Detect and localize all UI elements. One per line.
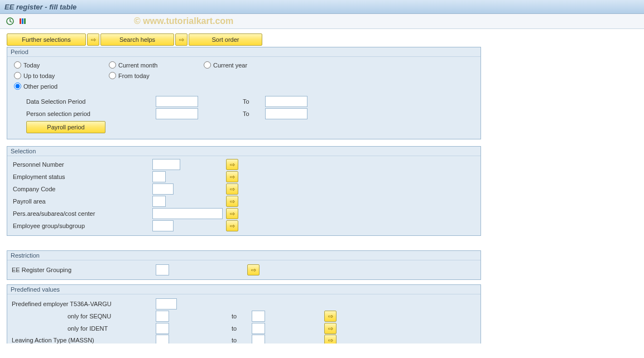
- app-toolbar: © www.tutorialkart.com: [0, 14, 644, 29]
- leaving-from-input[interactable]: [156, 335, 169, 344]
- employee-group-label: Employee group/subgroup: [12, 222, 151, 229]
- payroll-period-button[interactable]: Payroll period: [26, 121, 105, 133]
- execute-icon[interactable]: [6, 17, 15, 26]
- multi-select-button[interactable]: ⇨: [226, 159, 238, 170]
- multi-select-button[interactable]: ⇨: [324, 323, 337, 334]
- arrow-right-icon: ⇨: [328, 313, 333, 320]
- to-label-ident: to: [232, 325, 252, 332]
- arrow-right-icon: ⇨: [230, 173, 235, 181]
- multi-select-button[interactable]: ⇨: [226, 208, 238, 219]
- data-selection-from-input[interactable]: [156, 96, 198, 107]
- arrow-button-2[interactable]: ⇨: [175, 33, 188, 46]
- arrow-right-icon: ⇨: [328, 337, 333, 344]
- arrow-right-icon: ⇨: [91, 36, 96, 43]
- further-selections-button[interactable]: Further selections: [7, 33, 86, 46]
- restriction-group: Restriction EE Register Grouping ⇨: [7, 250, 481, 280]
- radio-other-period[interactable]: Other period: [14, 83, 109, 90]
- arrow-right-icon: ⇨: [230, 222, 235, 230]
- arrow-right-icon: ⇨: [328, 325, 333, 332]
- watermark-text: © www.tutorialkart.com: [134, 16, 233, 26]
- predefined-values-title: Predefined values: [7, 285, 480, 294]
- period-group-title: Period: [7, 47, 480, 57]
- multi-select-button[interactable]: ⇨: [226, 171, 238, 182]
- to-label-leaving: to: [232, 337, 252, 344]
- predefined-employer-input[interactable]: [156, 298, 177, 309]
- payroll-area-label: Payroll area: [12, 198, 151, 205]
- svg-rect-3: [24, 18, 26, 24]
- restriction-group-title: Restriction: [7, 251, 480, 260]
- arrow-right-icon: ⇨: [179, 36, 184, 43]
- multi-select-button[interactable]: ⇨: [226, 220, 238, 231]
- leaving-action-label: Leaving Action Type (MASSN): [12, 337, 156, 344]
- employee-group-input[interactable]: [152, 220, 174, 231]
- radio-up-to-today[interactable]: Up to today: [14, 72, 109, 79]
- data-selection-to-input[interactable]: [265, 96, 307, 107]
- person-selection-from-input[interactable]: [156, 108, 198, 119]
- radio-current-month[interactable]: Current month: [109, 61, 204, 69]
- radio-today[interactable]: Today: [14, 61, 109, 69]
- predefined-values-group: Predefined values Predefined employer T5…: [7, 284, 481, 344]
- arrow-right-icon: ⇨: [230, 161, 235, 168]
- ee-register-grouping-label: EE Register Grouping: [12, 267, 156, 273]
- predefined-employer-label: Predefined employer T536A-VARGU: [12, 301, 156, 307]
- arrow-right-icon: ⇨: [230, 186, 235, 193]
- sort-order-button[interactable]: Sort order: [189, 33, 262, 46]
- multi-select-button[interactable]: ⇨: [226, 196, 238, 207]
- ee-register-grouping-input[interactable]: [156, 264, 169, 275]
- multi-select-button[interactable]: ⇨: [324, 335, 337, 344]
- multi-select-button[interactable]: ⇨: [226, 183, 238, 195]
- personnel-number-label: Personnel Number: [12, 161, 151, 168]
- window-title-bar: EE register - fill table: [0, 0, 644, 14]
- to-label-2: To: [243, 110, 265, 117]
- company-code-input[interactable]: [152, 183, 174, 195]
- data-selection-period-label: Data Selection Period: [26, 98, 156, 105]
- personnel-number-input[interactable]: [152, 159, 180, 170]
- ident-to-input[interactable]: [252, 323, 265, 334]
- person-selection-to-input[interactable]: [265, 108, 307, 119]
- seqnu-to-input[interactable]: [252, 311, 265, 322]
- radio-from-today[interactable]: From today: [109, 72, 204, 79]
- selection-group: Selection Personnel Number ⇨ Employment …: [7, 146, 481, 236]
- arrow-right-icon: ⇨: [230, 210, 235, 217]
- pers-area-label: Pers.area/subarea/cost center: [12, 210, 151, 217]
- multi-select-button[interactable]: ⇨: [247, 264, 259, 275]
- arrow-right-icon: ⇨: [230, 198, 235, 205]
- to-label-1: To: [243, 98, 265, 105]
- payroll-area-input[interactable]: [152, 196, 166, 207]
- ident-label: only for IDENT: [12, 325, 156, 332]
- svg-rect-1: [20, 18, 21, 24]
- employment-status-input[interactable]: [152, 171, 166, 182]
- arrow-right-icon: ⇨: [251, 267, 256, 274]
- main-content: Further selections ⇨ Search helps ⇨ Sort…: [0, 29, 644, 346]
- seqnu-label: only for SEQNU: [12, 313, 156, 320]
- ident-from-input[interactable]: [156, 323, 169, 334]
- window-title: EE register - fill table: [4, 3, 76, 11]
- multi-select-button[interactable]: ⇨: [324, 311, 337, 322]
- svg-rect-2: [22, 18, 23, 24]
- company-code-label: Company Code: [12, 186, 151, 192]
- to-label-seqnu: to: [232, 313, 252, 320]
- variant-icon[interactable]: [18, 17, 27, 26]
- selection-group-title: Selection: [7, 147, 480, 156]
- person-selection-period-label: Person selection period: [26, 110, 156, 117]
- leaving-to-input[interactable]: [252, 335, 265, 344]
- pers-area-input[interactable]: [152, 208, 223, 219]
- radio-current-year[interactable]: Current year: [204, 61, 299, 69]
- search-helps-button[interactable]: Search helps: [100, 33, 174, 46]
- arrow-button-1[interactable]: ⇨: [87, 33, 99, 46]
- seqnu-from-input[interactable]: [156, 311, 169, 322]
- period-group: Period Today Current month Current year …: [7, 47, 481, 139]
- employment-status-label: Employment status: [12, 173, 151, 180]
